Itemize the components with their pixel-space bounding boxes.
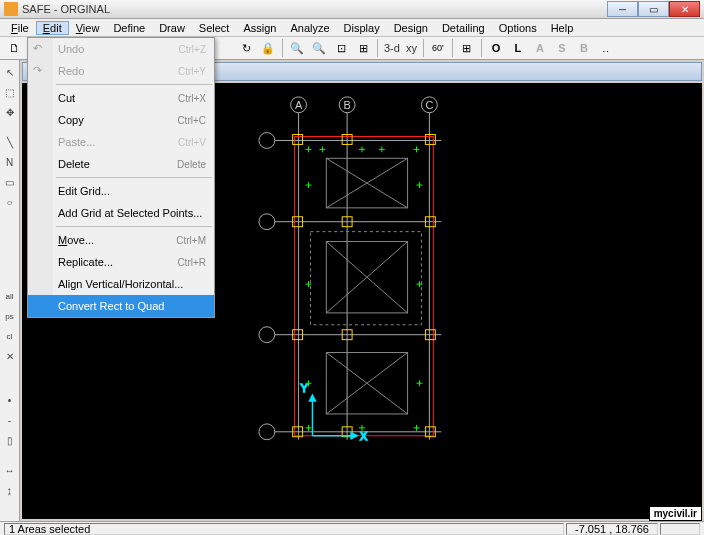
menu-select[interactable]: Select	[192, 21, 237, 35]
grid-label-c: C	[425, 99, 433, 111]
status-coords: -7.051 , 18.766	[566, 523, 658, 535]
svg-marker-40	[309, 395, 315, 401]
dash-tool[interactable]: -	[2, 412, 18, 428]
redo-icon: ↷	[33, 64, 47, 78]
minimize-button[interactable]: ─	[607, 1, 638, 17]
title-bar: SAFE - ORGINAL ─ ▭ ✕	[0, 0, 704, 19]
app-icon	[4, 2, 18, 16]
obj-icon[interactable]: ⊞	[457, 38, 477, 58]
more-icon[interactable]: ‥	[596, 38, 616, 58]
circle-tool[interactable]: ○	[2, 194, 18, 210]
svg-point-3	[259, 133, 275, 149]
grid-label-b: B	[344, 99, 351, 111]
dim-tool[interactable]: ↔	[2, 462, 18, 478]
menu-detailing[interactable]: Detailing	[435, 21, 492, 35]
view60-icon[interactable]: 60'	[428, 38, 448, 58]
frame-tool[interactable]: ▯	[2, 432, 18, 448]
menu-delete[interactable]: DeleteDelete	[28, 153, 214, 175]
menu-design[interactable]: Design	[387, 21, 435, 35]
svg-point-5	[259, 327, 275, 343]
status-units-box[interactable]	[660, 523, 700, 535]
menu-paste: Paste...Ctrl+V	[28, 131, 214, 153]
menu-draw[interactable]: Draw	[152, 21, 192, 35]
cl-tool[interactable]: cl	[2, 328, 18, 344]
menu-add-grid[interactable]: Add Grid at Selected Points...	[28, 202, 214, 224]
menu-file[interactable]: File	[4, 21, 36, 35]
close-button[interactable]: ✕	[669, 1, 700, 17]
s-icon[interactable]: S	[552, 38, 572, 58]
point-tool[interactable]: •	[2, 392, 18, 408]
svg-rect-15	[293, 135, 303, 145]
polyline-tool[interactable]: N	[2, 154, 18, 170]
move-tool[interactable]: ✥	[2, 104, 18, 120]
window-title: SAFE - ORGINAL	[22, 3, 607, 15]
view-mode-label[interactable]: 3-d	[382, 42, 402, 54]
menu-align[interactable]: Align Vertical/Horizontal...	[28, 273, 214, 295]
axis-label[interactable]: xy	[404, 42, 419, 54]
menu-assign[interactable]: Assign	[236, 21, 283, 35]
menu-bar: File Edit View Define Draw Select Assign…	[0, 19, 704, 37]
menu-replicate[interactable]: Replicate...Ctrl+R	[28, 251, 214, 273]
menu-move[interactable]: Move...Ctrl+M	[28, 229, 214, 251]
zoom-in-icon[interactable]: 🔍	[287, 38, 307, 58]
b-icon[interactable]: B	[574, 38, 594, 58]
svg-marker-38	[351, 433, 357, 439]
menu-edit-grid[interactable]: Edit Grid...	[28, 180, 214, 202]
tool-palette: ↖ ⬚ ✥ ╲ N ▭ ○ all ps cl ✕ • - ▯ ↔ ↨	[0, 60, 20, 521]
svg-text:Y: Y	[301, 382, 309, 394]
status-bar: 1 Areas selected -7.051 , 18.766	[0, 521, 704, 535]
menu-copy[interactable]: CopyCtrl+C	[28, 109, 214, 131]
zoom-out-icon[interactable]: 🔍	[309, 38, 329, 58]
a-icon[interactable]: A	[530, 38, 550, 58]
menu-define[interactable]: Define	[106, 21, 152, 35]
svg-point-4	[259, 214, 275, 230]
snap-tool[interactable]: ✕	[2, 348, 18, 364]
menu-view[interactable]: View	[69, 21, 107, 35]
menu-analyze[interactable]: Analyze	[283, 21, 336, 35]
menu-display[interactable]: Display	[337, 21, 387, 35]
watermark: mycivil.ir	[649, 506, 702, 521]
edit-menu-dropdown: ↶ UndoCtrl+Z ↷ RedoCtrl+Y CutCtrl+X Copy…	[27, 37, 215, 318]
svg-point-6	[259, 424, 275, 440]
zoom-window-icon[interactable]: ⊞	[353, 38, 373, 58]
menu-undo: ↶ UndoCtrl+Z	[28, 38, 214, 60]
l-icon[interactable]: L	[508, 38, 528, 58]
zoom-extents-icon[interactable]: ⊡	[331, 38, 351, 58]
menu-help[interactable]: Help	[544, 21, 581, 35]
menu-options[interactable]: Options	[492, 21, 544, 35]
line-tool[interactable]: ╲	[2, 134, 18, 150]
rect-tool[interactable]: ▭	[2, 174, 18, 190]
svg-text:X: X	[360, 430, 368, 442]
pointer-tool[interactable]: ↖	[2, 64, 18, 80]
ps-tool[interactable]: ps	[2, 308, 18, 324]
menu-convert-rect-quad[interactable]: Convert Rect to Quad	[28, 295, 214, 317]
menu-redo: ↷ RedoCtrl+Y	[28, 60, 214, 82]
select-tool[interactable]: ⬚	[2, 84, 18, 100]
refresh-icon[interactable]: ↻	[236, 38, 256, 58]
menu-cut[interactable]: CutCtrl+X	[28, 87, 214, 109]
o-icon[interactable]: O	[486, 38, 506, 58]
new-button[interactable]: 🗋	[4, 38, 24, 58]
grid-label-a: A	[295, 99, 303, 111]
undo-icon: ↶	[33, 42, 47, 56]
maximize-button[interactable]: ▭	[638, 1, 669, 17]
lock-icon[interactable]: 🔒	[258, 38, 278, 58]
all-tool[interactable]: all	[2, 288, 18, 304]
alt-tool[interactable]: ↨	[2, 482, 18, 498]
menu-edit[interactable]: Edit	[36, 21, 69, 35]
status-selection: 1 Areas selected	[4, 523, 564, 535]
